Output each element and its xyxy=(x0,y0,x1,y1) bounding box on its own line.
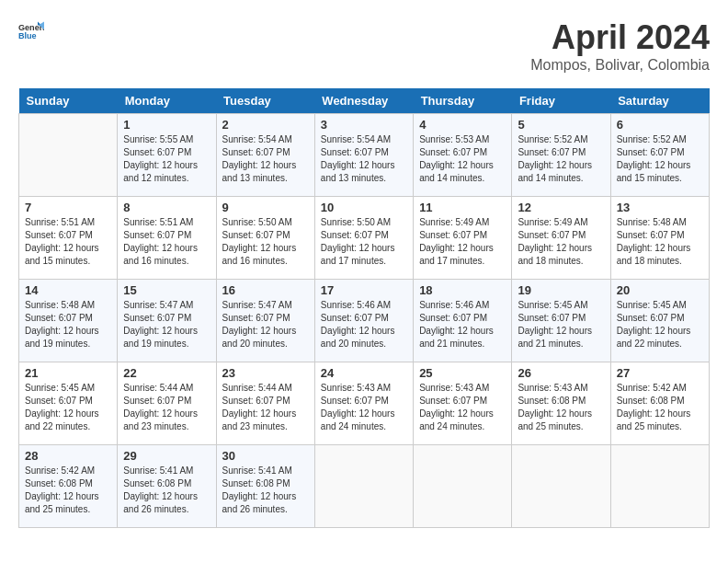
day-number: 14 xyxy=(25,283,111,297)
day-info: Sunrise: 5:47 AMSunset: 6:07 PMDaylight:… xyxy=(222,299,309,350)
day-cell xyxy=(19,114,118,197)
day-cell: 21Sunrise: 5:45 AMSunset: 6:07 PMDayligh… xyxy=(19,362,118,445)
day-number: 4 xyxy=(419,118,506,132)
day-number: 10 xyxy=(321,201,407,214)
day-number: 12 xyxy=(518,201,604,214)
day-number: 3 xyxy=(321,118,407,132)
day-info: Sunrise: 5:45 AMSunset: 6:07 PMDaylight:… xyxy=(25,382,111,433)
logo-icon: General Blue xyxy=(18,18,44,44)
day-number: 29 xyxy=(123,449,210,463)
week-row-1: 1Sunrise: 5:55 AMSunset: 6:07 PMDaylight… xyxy=(19,114,710,197)
day-info: Sunrise: 5:43 AMSunset: 6:07 PMDaylight:… xyxy=(419,382,506,433)
day-info: Sunrise: 5:50 AMSunset: 6:07 PMDaylight:… xyxy=(222,216,309,268)
day-number: 25 xyxy=(419,366,506,380)
day-number: 23 xyxy=(222,366,309,380)
svg-text:Blue: Blue xyxy=(18,31,37,40)
day-info: Sunrise: 5:43 AMSunset: 6:08 PMDaylight:… xyxy=(518,382,604,433)
week-row-2: 7Sunrise: 5:51 AMSunset: 6:07 PMDaylight… xyxy=(19,197,710,280)
day-cell: 13Sunrise: 5:48 AMSunset: 6:07 PMDayligh… xyxy=(610,197,709,280)
day-cell: 23Sunrise: 5:44 AMSunset: 6:07 PMDayligh… xyxy=(216,362,314,445)
day-info: Sunrise: 5:51 AMSunset: 6:07 PMDaylight:… xyxy=(123,216,210,268)
day-info: Sunrise: 5:46 AMSunset: 6:07 PMDaylight:… xyxy=(419,299,506,350)
day-info: Sunrise: 5:48 AMSunset: 6:07 PMDaylight:… xyxy=(617,216,703,268)
day-number: 7 xyxy=(25,201,111,214)
day-cell: 25Sunrise: 5:43 AMSunset: 6:07 PMDayligh… xyxy=(414,362,512,445)
day-cell xyxy=(610,445,709,528)
week-row-3: 14Sunrise: 5:48 AMSunset: 6:07 PMDayligh… xyxy=(19,280,710,362)
day-number: 26 xyxy=(518,366,604,380)
day-cell: 27Sunrise: 5:42 AMSunset: 6:08 PMDayligh… xyxy=(610,362,709,445)
day-number: 28 xyxy=(25,449,111,463)
day-cell: 29Sunrise: 5:41 AMSunset: 6:08 PMDayligh… xyxy=(118,445,216,528)
day-cell: 14Sunrise: 5:48 AMSunset: 6:07 PMDayligh… xyxy=(19,280,118,362)
day-cell: 7Sunrise: 5:51 AMSunset: 6:07 PMDaylight… xyxy=(19,197,118,280)
day-cell xyxy=(414,445,512,528)
day-info: Sunrise: 5:53 AMSunset: 6:07 PMDaylight:… xyxy=(419,133,506,185)
column-header-saturday: Saturday xyxy=(610,88,709,114)
day-cell: 8Sunrise: 5:51 AMSunset: 6:07 PMDaylight… xyxy=(118,197,216,280)
day-cell: 10Sunrise: 5:50 AMSunset: 6:07 PMDayligh… xyxy=(314,197,413,280)
day-info: Sunrise: 5:48 AMSunset: 6:07 PMDaylight:… xyxy=(25,299,111,350)
column-header-tuesday: Tuesday xyxy=(216,88,314,114)
day-info: Sunrise: 5:51 AMSunset: 6:07 PMDaylight:… xyxy=(25,216,111,268)
calendar-table: SundayMondayTuesdayWednesdayThursdayFrid… xyxy=(18,88,710,528)
day-cell: 20Sunrise: 5:45 AMSunset: 6:07 PMDayligh… xyxy=(610,280,709,362)
day-cell: 12Sunrise: 5:49 AMSunset: 6:07 PMDayligh… xyxy=(512,197,610,280)
day-cell: 16Sunrise: 5:47 AMSunset: 6:07 PMDayligh… xyxy=(216,280,314,362)
calendar-subtitle: Mompos, Bolivar, Colombia xyxy=(530,57,710,74)
day-cell: 11Sunrise: 5:49 AMSunset: 6:07 PMDayligh… xyxy=(414,197,512,280)
day-cell: 17Sunrise: 5:46 AMSunset: 6:07 PMDayligh… xyxy=(314,280,413,362)
day-number: 9 xyxy=(222,201,309,214)
day-cell: 26Sunrise: 5:43 AMSunset: 6:08 PMDayligh… xyxy=(512,362,610,445)
day-number: 11 xyxy=(419,201,506,214)
day-number: 1 xyxy=(123,118,210,132)
day-info: Sunrise: 5:45 AMSunset: 6:07 PMDaylight:… xyxy=(617,299,703,350)
day-info: Sunrise: 5:55 AMSunset: 6:07 PMDaylight:… xyxy=(123,133,210,185)
calendar-title: April 2024 xyxy=(530,18,710,57)
day-info: Sunrise: 5:42 AMSunset: 6:08 PMDaylight:… xyxy=(25,465,111,516)
day-cell xyxy=(314,445,413,528)
logo: General Blue xyxy=(18,18,44,44)
day-info: Sunrise: 5:49 AMSunset: 6:07 PMDaylight:… xyxy=(518,216,604,268)
day-number: 5 xyxy=(518,118,604,132)
column-header-wednesday: Wednesday xyxy=(314,88,413,114)
day-cell: 1Sunrise: 5:55 AMSunset: 6:07 PMDaylight… xyxy=(118,114,216,197)
day-number: 16 xyxy=(222,283,309,297)
day-info: Sunrise: 5:42 AMSunset: 6:08 PMDaylight:… xyxy=(617,382,703,433)
day-cell: 22Sunrise: 5:44 AMSunset: 6:07 PMDayligh… xyxy=(118,362,216,445)
day-info: Sunrise: 5:52 AMSunset: 6:07 PMDaylight:… xyxy=(518,133,604,185)
day-info: Sunrise: 5:45 AMSunset: 6:07 PMDaylight:… xyxy=(518,299,604,350)
day-info: Sunrise: 5:47 AMSunset: 6:07 PMDaylight:… xyxy=(123,299,210,350)
day-cell xyxy=(512,445,610,528)
week-row-5: 28Sunrise: 5:42 AMSunset: 6:08 PMDayligh… xyxy=(19,445,710,528)
day-number: 2 xyxy=(222,118,309,132)
day-info: Sunrise: 5:54 AMSunset: 6:07 PMDaylight:… xyxy=(321,133,407,185)
column-headers: SundayMondayTuesdayWednesdayThursdayFrid… xyxy=(19,88,710,114)
day-cell: 3Sunrise: 5:54 AMSunset: 6:07 PMDaylight… xyxy=(314,114,413,197)
day-info: Sunrise: 5:43 AMSunset: 6:07 PMDaylight:… xyxy=(321,382,407,433)
day-info: Sunrise: 5:41 AMSunset: 6:08 PMDaylight:… xyxy=(123,465,210,516)
day-info: Sunrise: 5:46 AMSunset: 6:07 PMDaylight:… xyxy=(321,299,407,350)
day-number: 8 xyxy=(123,201,210,214)
day-info: Sunrise: 5:49 AMSunset: 6:07 PMDaylight:… xyxy=(419,216,506,268)
day-number: 20 xyxy=(617,283,703,297)
day-number: 15 xyxy=(123,283,210,297)
day-info: Sunrise: 5:52 AMSunset: 6:07 PMDaylight:… xyxy=(617,133,703,185)
week-row-4: 21Sunrise: 5:45 AMSunset: 6:07 PMDayligh… xyxy=(19,362,710,445)
day-cell: 2Sunrise: 5:54 AMSunset: 6:07 PMDaylight… xyxy=(216,114,314,197)
day-number: 22 xyxy=(123,366,210,380)
day-cell: 28Sunrise: 5:42 AMSunset: 6:08 PMDayligh… xyxy=(19,445,118,528)
day-info: Sunrise: 5:41 AMSunset: 6:08 PMDaylight:… xyxy=(222,465,309,516)
day-cell: 5Sunrise: 5:52 AMSunset: 6:07 PMDaylight… xyxy=(512,114,610,197)
column-header-sunday: Sunday xyxy=(19,88,118,114)
svg-text:General: General xyxy=(18,23,44,32)
day-info: Sunrise: 5:44 AMSunset: 6:07 PMDaylight:… xyxy=(222,382,309,433)
day-info: Sunrise: 5:44 AMSunset: 6:07 PMDaylight:… xyxy=(123,382,210,433)
column-header-friday: Friday xyxy=(512,88,610,114)
column-header-monday: Monday xyxy=(118,88,216,114)
day-cell: 6Sunrise: 5:52 AMSunset: 6:07 PMDaylight… xyxy=(610,114,709,197)
day-cell: 4Sunrise: 5:53 AMSunset: 6:07 PMDaylight… xyxy=(414,114,512,197)
day-number: 30 xyxy=(222,449,309,463)
day-number: 21 xyxy=(25,366,111,380)
day-info: Sunrise: 5:54 AMSunset: 6:07 PMDaylight:… xyxy=(222,133,309,185)
